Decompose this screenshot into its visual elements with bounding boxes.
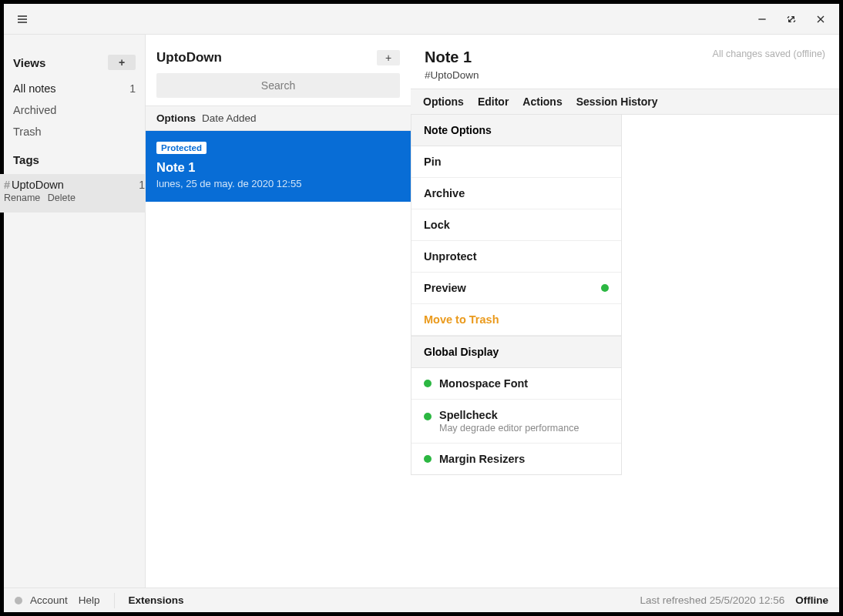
editor-tabs: Options Editor Actions Session History (411, 89, 839, 115)
option-preview[interactable]: Preview (411, 273, 621, 304)
editor-title: Note 1 (425, 49, 479, 66)
note-item-title: Note 1 (156, 160, 400, 175)
tab-options[interactable]: Options (423, 95, 464, 108)
sidebar: Views + All notes 1 Archived Trash Tags (4, 35, 146, 588)
sidebar-item-allnotes[interactable]: All notes 1 (13, 78, 136, 99)
search-input[interactable]: Search (156, 73, 400, 98)
sidebar-item-count: 1 (129, 82, 136, 95)
add-note-button[interactable]: + (377, 50, 400, 65)
tag-hash: # (4, 179, 10, 191)
list-title: UptoDown (156, 50, 222, 65)
tag-name: UptoDown (12, 179, 64, 191)
footer-account[interactable]: Account (30, 594, 68, 606)
sidebar-item-trash[interactable]: Trash (13, 121, 136, 142)
status-dot-icon (424, 413, 432, 420)
spellcheck-subtext: May degrade editor performance (439, 423, 579, 434)
sidebar-item-label: Archived (13, 104, 56, 116)
footer-extensions[interactable]: Extensions (129, 594, 184, 606)
sidebar-item-archived[interactable]: Archived (13, 99, 136, 121)
status-dot-icon (424, 380, 432, 387)
editor-column: Note 1 #UptoDown All changes saved (offl… (411, 35, 839, 588)
divider (114, 593, 115, 608)
note-options-header: Note Options (411, 115, 621, 146)
titlebar (4, 4, 839, 35)
option-move-to-trash[interactable]: Move to Trash (411, 304, 621, 336)
option-lock[interactable]: Lock (411, 209, 621, 241)
maximize-icon[interactable] (784, 12, 799, 27)
tab-session-history[interactable]: Session History (576, 95, 658, 108)
status-dot-icon (601, 284, 609, 292)
add-view-button[interactable]: + (108, 55, 136, 70)
footer-bar: Account Help Extensions Last refreshed 2… (4, 588, 839, 612)
tag-count: 1 (139, 179, 145, 191)
note-list-column: UptoDown + Search Options Date Added Pro… (146, 35, 411, 588)
views-label: Views (13, 56, 45, 69)
tag-rename-button[interactable]: Rename (4, 192, 40, 203)
option-spellcheck[interactable]: Spellcheck May degrade editor performanc… (411, 400, 621, 444)
app-window: Views + All notes 1 Archived Trash Tags (4, 4, 839, 612)
note-item-date: lunes, 25 de may. de 2020 12:55 (156, 178, 400, 189)
close-icon[interactable] (813, 12, 828, 27)
menu-icon[interactable] (15, 12, 30, 27)
list-sort-options-label: Options (156, 112, 196, 124)
footer-status[interactable]: Offline (795, 594, 828, 606)
sidebar-item-label: All notes (13, 82, 56, 95)
status-dot-icon (15, 597, 22, 604)
save-status: All changes saved (offline) (713, 49, 825, 59)
footer-refreshed: Last refreshed 25/5/2020 12:56 (640, 594, 785, 606)
protected-badge: Protected (156, 142, 207, 154)
tag-delete-button[interactable]: Delete (48, 192, 76, 203)
sidebar-tag-row[interactable]: #UptoDown 1 Rename Delete (0, 174, 154, 213)
option-archive[interactable]: Archive (411, 178, 621, 209)
status-dot-icon (424, 455, 432, 463)
editor-tag: #UptoDown (425, 69, 479, 81)
minimize-icon[interactable] (754, 12, 770, 27)
footer-help[interactable]: Help (79, 594, 100, 606)
tags-label: Tags (13, 153, 39, 166)
options-panel: Note Options Pin Archive Lock Unprotect … (411, 115, 622, 475)
sidebar-item-label: Trash (13, 126, 42, 138)
option-pin[interactable]: Pin (411, 146, 621, 178)
option-monospace[interactable]: Monospace Font (411, 368, 621, 400)
global-display-header: Global Display (411, 336, 621, 368)
option-margin-resizers[interactable]: Margin Resizers (411, 444, 621, 474)
note-list-item[interactable]: Protected Note 1 lunes, 25 de may. de 20… (146, 131, 411, 202)
list-sort-value: Date Added (202, 112, 257, 124)
tab-actions[interactable]: Actions (522, 95, 562, 108)
option-unprotect[interactable]: Unprotect (411, 241, 621, 273)
list-sort-bar[interactable]: Options Date Added (146, 105, 411, 131)
tab-editor[interactable]: Editor (478, 95, 509, 108)
